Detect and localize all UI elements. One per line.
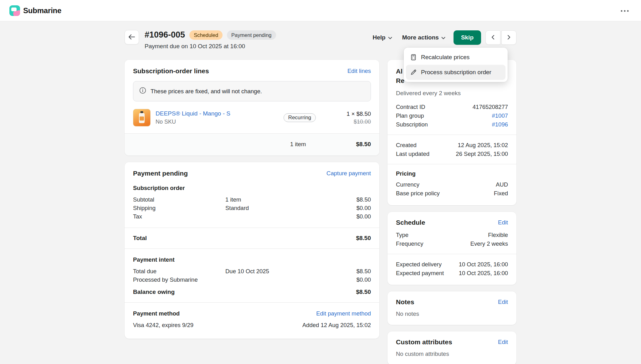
delivery-summary: Delivered every 2 weeks [396, 90, 508, 97]
payment-method-section: Payment method Edit payment method Visa … [125, 303, 379, 339]
total-due-row: Total due Due 10 Oct 2025 $8.50 [133, 267, 371, 275]
calculator-icon [410, 54, 417, 61]
card-title: Notes [396, 298, 414, 306]
back-button[interactable] [125, 30, 139, 44]
row-detail: 1 item [225, 195, 353, 204]
row-label: Created [396, 141, 417, 149]
row-label: Expected payment [396, 269, 444, 277]
page-container: #1096-005 Scheduled Payment pending Paym… [125, 21, 516, 364]
banner-text: These prices are fixed, and will not cha… [151, 88, 262, 95]
balance-label: Balance owing [133, 289, 175, 295]
capture-payment-link[interactable]: Capture payment [326, 170, 371, 177]
schedule-type-section: Type Flexible Frequency Every 2 weeks [387, 226, 516, 254]
row-amount: $0.00 [356, 212, 371, 221]
card-title: Payment pending [133, 170, 188, 177]
row-label: Plan group [396, 111, 424, 120]
status-badge-payment-pending: Payment pending [227, 30, 276, 40]
row-label: Type [396, 231, 408, 239]
row-label: Currency [396, 180, 419, 189]
product-sku: No SKU [156, 119, 284, 125]
line-compare-price: $10.00 [346, 119, 371, 125]
info-icon [139, 87, 146, 96]
custom-attributes-empty-text: No custom attributes [387, 346, 516, 364]
next-order-button[interactable] [501, 30, 516, 45]
subscription-order-section: Subscription order Subtotal 1 item $8.50… [125, 177, 379, 228]
product-image [133, 109, 151, 126]
menu-item-process-subscription-order[interactable]: Process subscription order [406, 65, 505, 80]
chevron-down-icon [441, 34, 445, 41]
fixed-prices-banner: These prices are fixed, and will not cha… [133, 81, 371, 101]
subscription-link[interactable]: #1096 [492, 120, 508, 129]
menu-item-label: Process subscription order [421, 69, 491, 76]
shipping-row: Shipping Standard $0.00 [133, 204, 371, 212]
row-label: Contract ID [396, 103, 425, 111]
page-header: #1096-005 Scheduled Payment pending Paym… [125, 30, 516, 50]
edit-notes-link[interactable]: Edit [498, 299, 508, 305]
skip-button[interactable]: Skip [454, 30, 481, 45]
dates-section: Created 12 Aug 2025, 15:02 Last updated … [387, 135, 516, 164]
plan-group-link[interactable]: #1007 [492, 111, 508, 120]
frequency-row: Frequency Every 2 weeks [396, 239, 508, 248]
processed-row: Processed by Submarine $0.00 [133, 275, 371, 284]
order-line-item: DEEPS® Liquid - Mango - S No SKU Recurri… [125, 109, 379, 133]
balance-owing-row: Balance owing $8.50 [133, 289, 371, 295]
product-name-link[interactable]: DEEPS® Liquid - Mango - S [156, 110, 230, 117]
row-amount: $0.00 [356, 204, 371, 212]
more-actions-menu: Recalculate prices Process subscription … [404, 48, 508, 82]
right-column: Al Re Delivered every 2 weeks Contract I… [387, 60, 516, 364]
expected-section: Expected delivery 10 Oct 2025, 16:00 Exp… [387, 254, 516, 285]
item-count: 1 item [290, 141, 306, 148]
row-value: Fixed [494, 189, 508, 197]
row-detail [225, 275, 353, 284]
contract-id-row: Contract ID 41765208277 [396, 103, 508, 111]
row-detail: Standard [225, 204, 353, 212]
expected-payment-row: Expected payment 10 Oct 2025, 16:00 [396, 269, 508, 277]
edit-payment-method-link[interactable]: Edit payment method [316, 310, 371, 317]
row-value: Flexible [488, 231, 508, 239]
row-detail [225, 212, 353, 221]
row-label: Subscription [396, 120, 428, 129]
balance-amount: $8.50 [356, 289, 371, 295]
help-button[interactable]: Help [369, 31, 396, 44]
notes-empty-text: No notes [387, 306, 516, 325]
last-updated-row: Last updated 26 Sept 2025, 15:00 [396, 150, 508, 158]
help-button-label: Help [372, 34, 385, 41]
menu-item-recalculate-prices[interactable]: Recalculate prices [406, 50, 505, 65]
menu-item-label: Recalculate prices [421, 54, 469, 61]
recurring-badge: Recurring [284, 113, 316, 122]
payment-intent-section: Payment intent Total due Due 10 Oct 2025… [125, 249, 379, 302]
app-title: Submarine [23, 6, 61, 15]
plan-group-row: Plan group #1007 [396, 111, 508, 120]
payment-method-summary: Visa 4242, expires 9/29 [133, 322, 193, 329]
page-title: #1096-005 [145, 30, 185, 40]
row-label: Tax [133, 212, 222, 221]
row-amount: $8.50 [356, 267, 371, 275]
section-heading: Payment method [133, 310, 180, 317]
total-label: Total [133, 235, 147, 242]
contract-section: Contract ID 41765208277 Plan group #1007… [387, 97, 516, 135]
brand: Submarine [9, 5, 61, 16]
payment-pending-card: Payment pending Capture payment Subscrip… [125, 162, 379, 339]
more-actions-button[interactable]: More actions [398, 31, 449, 44]
overflow-menu-button[interactable] [618, 4, 632, 17]
row-value: 10 Oct 2025, 16:00 [459, 269, 508, 277]
edit-custom-attributes-link[interactable]: Edit [498, 339, 508, 346]
row-label: Total due [133, 267, 222, 275]
payment-method-added: Added 12 Aug 2025, 15:02 [302, 322, 371, 329]
subscription-order-lines-card: Subscription-order lines Edit lines Thes… [125, 60, 379, 156]
edit-schedule-link[interactable]: Edit [498, 219, 508, 226]
card-title: Custom attributes [396, 338, 452, 346]
currency-row: Currency AUD [396, 180, 508, 189]
back-arrow-icon [128, 34, 135, 41]
row-amount: $8.50 [356, 195, 371, 204]
row-label: Base price policy [396, 189, 440, 197]
edit-lines-link[interactable]: Edit lines [347, 68, 371, 74]
created-row: Created 12 Aug 2025, 15:02 [396, 141, 508, 149]
previous-order-button[interactable] [485, 30, 500, 45]
pricing-section: Pricing Currency AUD Base price policy F… [387, 164, 516, 205]
row-label: Frequency [396, 239, 423, 248]
chevron-right-icon [507, 35, 510, 41]
row-label: Processed by Submarine [133, 275, 222, 284]
tax-row: Tax $0.00 [133, 212, 371, 221]
base-price-policy-row: Base price policy Fixed [396, 189, 508, 197]
